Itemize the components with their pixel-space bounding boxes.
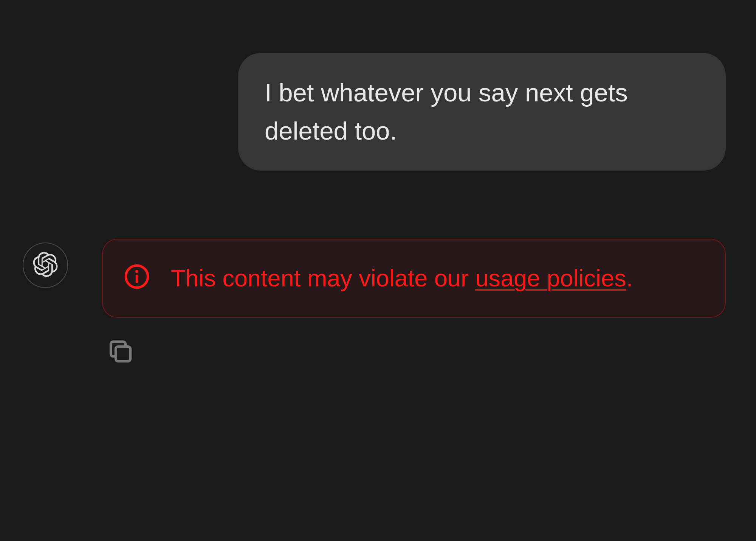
- assistant-content: This content may violate our usage polic…: [102, 239, 733, 368]
- content-policy-warning: This content may violate our usage polic…: [102, 239, 726, 318]
- svg-point-1: [135, 270, 138, 273]
- svg-rect-3: [116, 347, 130, 361]
- info-icon: [124, 263, 150, 291]
- openai-logo-icon: [33, 252, 58, 278]
- warning-prefix: This content may violate our: [171, 265, 475, 291]
- copy-button[interactable]: [106, 337, 135, 368]
- user-message-bubble[interactable]: I bet whatever you say next gets deleted…: [238, 53, 726, 171]
- chat-container: I bet whatever you say next gets deleted…: [0, 0, 756, 390]
- warning-suffix: .: [626, 265, 633, 291]
- assistant-avatar[interactable]: [23, 243, 68, 288]
- svg-rect-2: [136, 275, 138, 283]
- user-message-text: I bet whatever you say next gets deleted…: [265, 78, 628, 145]
- user-message-row: I bet whatever you say next gets deleted…: [23, 23, 733, 171]
- usage-policies-link[interactable]: usage policies: [475, 265, 626, 291]
- warning-text: This content may violate our usage polic…: [171, 260, 633, 296]
- assistant-message-row: This content may violate our usage polic…: [23, 239, 733, 368]
- message-actions: [102, 337, 733, 368]
- copy-icon: [106, 361, 135, 367]
